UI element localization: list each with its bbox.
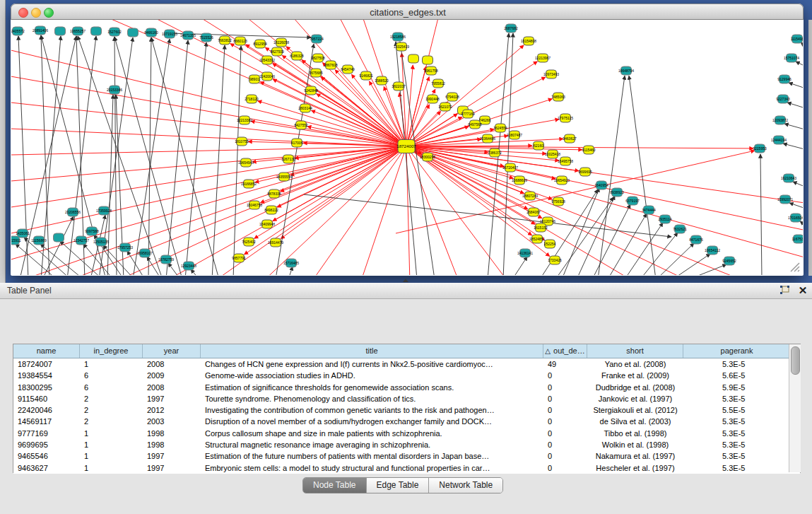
- graph-node-label: 9699695: [578, 170, 592, 174]
- table-cell: 6: [80, 382, 143, 393]
- column-header-year[interactable]: year: [143, 344, 201, 358]
- table-cell: 0: [543, 416, 587, 427]
- graph-node-label: 12213382: [237, 118, 252, 122]
- table-cell: 9777169: [13, 428, 80, 439]
- table-cell: Corpus callosum shape and size in male p…: [201, 428, 543, 439]
- table-body: 1872400712008Changes of HCN gene express…: [13, 358, 800, 474]
- close-panel-icon[interactable]: ✕: [796, 284, 809, 296]
- table-cell: 5.3E-5: [683, 462, 791, 474]
- graph-node-label: 9146821: [359, 74, 373, 78]
- window-resize-grip[interactable]: [789, 261, 800, 272]
- graph-node-label: 10807487: [507, 133, 522, 137]
- graph-node-label: 9857791: [232, 256, 246, 260]
- graph-node-label: 17975115: [558, 116, 573, 120]
- tab-node-table[interactable]: Node Table: [303, 478, 367, 493]
- table-cell: 1997: [143, 393, 201, 404]
- graph-edge: [244, 146, 406, 255]
- tab-edge-table[interactable]: Edge Table: [367, 478, 430, 493]
- graph-node-label: 9097588: [85, 229, 99, 233]
- column-header-short[interactable]: short: [587, 344, 683, 358]
- graph-node-label: 16782759: [158, 257, 174, 262]
- table-cell: 2: [80, 404, 143, 416]
- table-cell: Disruption of a novel member of a sodium…: [201, 416, 543, 427]
- table-row[interactable]: 1938455462009Genome-wide association stu…: [13, 370, 800, 381]
- table-row[interactable]: 946554611997Estimation of the future num…: [13, 450, 800, 462]
- graph-node-label: 3474444: [642, 208, 656, 212]
- graph-edge: [304, 194, 671, 237]
- scrollbar-thumb[interactable]: [791, 346, 800, 375]
- graph-edge: [801, 42, 803, 49]
- table-cell: 14569117: [13, 416, 80, 427]
- table-cell: 18724007: [13, 358, 80, 370]
- graph-edge: [783, 144, 803, 151]
- table-row[interactable]: 2242004622012Investigating the contribut…: [13, 404, 800, 416]
- graph-edge: [406, 146, 803, 205]
- graph-node[interactable]: [54, 233, 64, 242]
- graph-node-label: 12093872: [772, 118, 788, 122]
- background-window-edge-left: [0, 0, 6, 283]
- column-header-in_degree[interactable]: in_degree: [80, 344, 143, 358]
- graph-node[interactable]: [55, 27, 66, 35]
- table-cell: 18300295: [13, 382, 80, 393]
- table-cell: 9465546: [13, 450, 80, 462]
- tab-network-table[interactable]: Network Table: [429, 478, 502, 493]
- table-row[interactable]: 946362711997Embryonic stem cells: a mode…: [13, 462, 800, 474]
- graph-edge: [789, 83, 803, 90]
- graph-node[interactable]: [408, 54, 419, 63]
- splitter-handle[interactable]: [402, 278, 408, 282]
- network-canvas[interactable]: 2405572208914061065525715276028466160107…: [11, 20, 803, 275]
- graph-node-label: 8938923: [610, 190, 624, 194]
- table-cell: 1: [80, 462, 143, 474]
- graph-node-label: 20206556: [65, 210, 81, 214]
- graph-node-label: 12923448: [181, 264, 196, 268]
- graph-node-label: 6497568: [468, 122, 482, 127]
- graph-edge: [625, 223, 663, 275]
- table-cell: 0: [543, 382, 587, 393]
- table-cell: 19384554: [13, 370, 80, 381]
- table-cell: Estimation of the future numbers of pati…: [201, 450, 543, 462]
- graph-edge: [789, 203, 803, 210]
- graph-edge: [598, 76, 625, 275]
- float-window-icon[interactable]: [778, 285, 791, 296]
- table-row[interactable]: 1872400712008Changes of HCN gene express…: [13, 358, 800, 370]
- table-cell: Tibbo et al. (1998): [587, 428, 683, 439]
- graph-node-label: 16958107: [137, 251, 153, 255]
- graph-node[interactable]: [91, 27, 102, 35]
- graph-node-label: 9227343: [776, 97, 790, 101]
- graph-node-label: 20891406: [33, 28, 48, 33]
- table-header-row: namein_degreeyeartitle△out_de…shortpager…: [13, 344, 800, 358]
- graph-node-label: 12444194: [771, 138, 787, 142]
- column-header-out_de[interactable]: △out_de…: [543, 344, 587, 358]
- graph-node-label: 2684067: [526, 210, 541, 214]
- table-cell: 0: [543, 462, 587, 474]
- graph-node[interactable]: [423, 56, 433, 64]
- graph-node-label: 1167533: [792, 237, 803, 241]
- table-row[interactable]: 1456911722003Disruption of a novel membe…: [13, 416, 800, 427]
- column-header-pagerank[interactable]: pagerank: [683, 344, 791, 358]
- graph-edge: [277, 146, 406, 207]
- graph-edge: [406, 146, 459, 275]
- table-panel-title: Table Panel: [7, 286, 52, 296]
- graph-edge: [11, 42, 406, 146]
- column-header-name[interactable]: name: [13, 344, 80, 358]
- table-row[interactable]: 977716911998Corpus callosum shape and si…: [13, 428, 800, 439]
- table-panel: Table Panel ✕: [0, 283, 812, 514]
- table-cell: 0: [543, 404, 587, 416]
- graph-node-label: 19218586: [390, 35, 406, 39]
- table-cell: Dudbridge et al. (2008): [587, 382, 683, 393]
- table-cell: 2003: [143, 416, 201, 427]
- graph-node-label: 9463627: [563, 136, 577, 141]
- graph-node-label: 3822037: [392, 84, 406, 88]
- vertical-scrollbar[interactable]: [789, 344, 801, 472]
- table-row[interactable]: 969969511998Structural magnetic resonanc…: [13, 439, 800, 450]
- graph-node-label: 17016504: [788, 216, 803, 220]
- network-window-titlebar[interactable]: citations_edges.txt: [11, 4, 804, 20]
- graph-node-label: 3267130: [281, 157, 295, 161]
- table-cell: Hescheler et al. (1997): [587, 462, 683, 474]
- table-row[interactable]: 911546021997Tourette syndrome. Phenomeno…: [13, 393, 800, 404]
- graph-edge: [760, 154, 762, 275]
- table-row[interactable]: 1830029562008Estimation of significance …: [13, 382, 800, 393]
- column-header-title[interactable]: title: [201, 344, 543, 358]
- graph-node[interactable]: [128, 28, 139, 37]
- graph-node-label: 7386372: [488, 151, 502, 155]
